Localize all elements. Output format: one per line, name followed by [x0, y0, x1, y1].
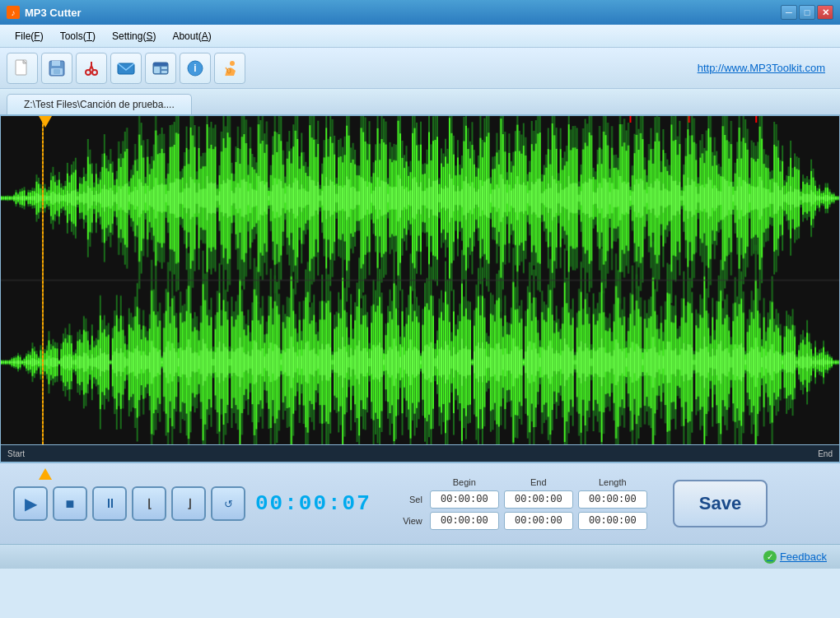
feedback-link[interactable]: ✓ Feedback [763, 551, 827, 564]
svg-rect-13 [154, 67, 160, 73]
menu-file[interactable]: File(F) [7, 27, 52, 45]
website-link[interactable]: http://www.MP3Toolkit.com [698, 62, 825, 74]
email-button[interactable] [110, 53, 142, 84]
svg-line-8 [91, 66, 94, 71]
app-icon: ♪ [7, 6, 20, 19]
selection-headers: Begin End Length [398, 477, 650, 487]
waveform-area[interactable] [0, 116, 840, 445]
info-icon: i [186, 59, 204, 77]
person-icon [221, 59, 239, 77]
svg-rect-2 [52, 61, 60, 66]
timeline-bar: Start End [0, 445, 840, 462]
minimize-button[interactable]: ─ [781, 5, 797, 20]
tab-bar: Z:\Test Files\Canción de prueba.... [0, 89, 840, 116]
svg-rect-15 [161, 71, 167, 73]
set-begin-button[interactable]: ⌊ [132, 486, 166, 521]
new-file-button[interactable] [7, 53, 38, 84]
pause-button[interactable]: ⏸ [92, 486, 127, 521]
menu-tools[interactable]: Tools(T) [52, 27, 104, 45]
playhead-top-handle[interactable] [39, 116, 52, 128]
svg-text:i: i [194, 63, 196, 74]
svg-rect-4 [54, 69, 60, 74]
svg-point-18 [230, 61, 235, 66]
end-header: End [502, 477, 576, 487]
menu-about[interactable]: About(A) [164, 27, 219, 45]
menu-bar: File(F) Tools(T) Setting(S) About(A) [0, 25, 840, 48]
feedback-bar: ✓ Feedback [0, 544, 840, 569]
transport-controls: ▶ ■ ⏸ ⌊ ⌋ ↺ [13, 486, 245, 521]
waveform-canvas[interactable] [1, 116, 839, 444]
controls-bar: ▶ ■ ⏸ ⌊ ⌋ ↺ 00:00:07 Begin End Length Se… [0, 462, 840, 544]
stop-button[interactable]: ■ [53, 486, 87, 521]
begin-header: Begin [427, 477, 502, 487]
toolbar: i http://www.MP3Toolkit.com [0, 48, 840, 89]
sel-row: Sel 00:00:00 00:00:00 00:00:00 [398, 490, 650, 509]
sel-label: Sel [398, 495, 427, 504]
scissors-button[interactable] [76, 53, 107, 84]
sel-length-field[interactable]: 00:00:00 [578, 490, 647, 509]
sel-begin-field[interactable]: 00:00:00 [430, 490, 499, 509]
view-length-field[interactable]: 00:00:00 [578, 512, 647, 530]
selection-info: Begin End Length Sel 00:00:00 00:00:00 0… [398, 477, 650, 530]
toolbar-left: i [7, 53, 245, 84]
set-end-button[interactable]: ⌋ [171, 486, 206, 521]
view-end-field[interactable]: 00:00:00 [504, 512, 573, 530]
svg-rect-14 [161, 67, 167, 69]
feedback-icon: ✓ [763, 551, 777, 564]
maximize-button[interactable]: □ [799, 5, 815, 20]
tab-label: Z:\Test Files\Canción de prueba.... [24, 99, 175, 110]
svg-rect-12 [153, 63, 168, 66]
playhead-line [42, 116, 44, 444]
info-button[interactable]: i [180, 53, 211, 84]
title-bar: ♪ MP3 Cutter ─ □ ✕ [0, 0, 840, 25]
window-icon [152, 59, 170, 77]
time-display: 00:00:07 [255, 491, 371, 516]
window-title: MP3 Cutter [25, 7, 82, 19]
person-button[interactable] [214, 53, 245, 84]
sel-end-field[interactable]: 00:00:00 [504, 490, 573, 509]
menu-settings[interactable]: Setting(S) [104, 27, 164, 45]
file-tab[interactable]: Z:\Test Files\Canción de prueba.... [7, 94, 192, 114]
timeline-end-label: End [818, 449, 833, 458]
view-begin-field[interactable]: 00:00:00 [430, 512, 499, 530]
save-file-button[interactable] [41, 53, 72, 84]
loop-button[interactable]: ↺ [211, 486, 245, 521]
new-file-icon [13, 59, 31, 77]
playhead-bottom-handle[interactable] [39, 468, 52, 480]
save-button[interactable]: Save [673, 480, 768, 527]
close-button[interactable]: ✕ [817, 5, 833, 20]
length-header: Length [576, 477, 650, 487]
view-row: View 00:00:00 00:00:00 00:00:00 [398, 512, 650, 530]
window-button[interactable] [145, 53, 176, 84]
email-icon [116, 59, 136, 77]
play-button[interactable]: ▶ [13, 486, 48, 521]
scissors-icon [82, 59, 100, 77]
save-icon [48, 59, 66, 77]
view-label: View [398, 516, 427, 526]
title-controls: ─ □ ✕ [781, 5, 833, 20]
timeline-start-label: Start [7, 449, 25, 458]
feedback-label: Feedback [780, 551, 827, 563]
title-left: ♪ MP3 Cutter [7, 6, 82, 19]
